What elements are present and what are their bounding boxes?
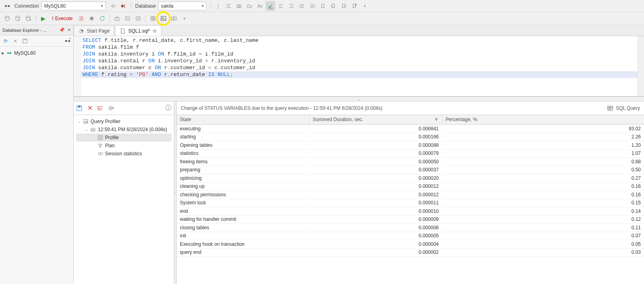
tab-sql1[interactable]: SQL1.sql* ⊗ [115, 25, 161, 36]
font-icon[interactable]: A± [255, 1, 265, 11]
separator [145, 15, 146, 22]
new-connection-icon[interactable] [2, 1, 12, 11]
profiler-root-node[interactable]: ⌄ Query Profiler [76, 117, 171, 126]
close-icon[interactable]: ⊗ [153, 28, 157, 34]
table-row[interactable]: closing tables0.0000080.11 [177, 224, 644, 232]
snapshot-icon[interactable] [234, 1, 244, 11]
bookmark-clear-icon[interactable] [349, 1, 359, 11]
cell-state: statistics [177, 150, 310, 156]
table-row[interactable]: waiting for handler commit0.0000090.12 [177, 216, 644, 224]
table-row[interactable]: executing0.00684193.02 [177, 125, 644, 133]
disconnect-icon[interactable] [108, 1, 118, 11]
outdent-icon[interactable] [308, 1, 317, 11]
database-dropdown[interactable]: sakila ▼ [158, 2, 206, 10]
cell-percentage: 1.20 [442, 142, 644, 148]
run-icon[interactable]: ▶ [38, 14, 48, 23]
table-row[interactable]: end0.0000100.14 [177, 207, 644, 216]
execute-button[interactable]: ! Execute [49, 16, 76, 21]
svg-rect-26 [7, 52, 9, 54]
db-refresh-icon[interactable] [13, 14, 23, 23]
col-header-state[interactable]: State [177, 115, 310, 124]
collapse-icon[interactable] [22, 38, 28, 44]
align-right-icon[interactable] [287, 1, 296, 11]
info-icon[interactable]: ⓘ [165, 105, 171, 111]
svg-point-5 [238, 5, 240, 7]
bookmark-icon[interactable] [318, 1, 328, 11]
sql-editor[interactable]: SELECT f.title, r.rental_date, c.first_n… [74, 36, 644, 97]
table-row[interactable]: cleaning up0.0000120.16 [177, 183, 644, 191]
cell-state: preparing [177, 167, 310, 173]
table-row[interactable]: starting0.0001662.26 [177, 133, 644, 142]
database-label: Database [135, 3, 156, 9]
expand-icon[interactable]: ▶ [2, 51, 4, 55]
db-plus-icon[interactable] [23, 14, 33, 23]
table-row[interactable]: optimizing0.0000200.27 [177, 174, 644, 183]
sql-check-icon[interactable]: SQL [266, 1, 275, 11]
cell-duration: 0.000010 [310, 208, 442, 214]
delete-icon[interactable]: ✕ [87, 105, 93, 111]
profiler-plan-node[interactable]: Plan [76, 142, 171, 150]
col-header-duration[interactable]: Summed Duration, sec.▼ [310, 115, 442, 124]
svg-rect-3 [121, 5, 123, 7]
remove-connection-icon[interactable] [119, 1, 128, 11]
tab-label: SQL1.sql* [128, 28, 150, 34]
toolbar-overflow-icon[interactable]: ▾ [360, 1, 369, 11]
indent-left-icon[interactable] [224, 1, 233, 11]
bookmark-next-icon[interactable] [339, 1, 349, 11]
folder-icon[interactable] [245, 1, 254, 11]
reconnect-icon[interactable] [97, 14, 107, 23]
table-row[interactable]: Opening tables0.0000881.20 [177, 141, 644, 150]
profiler-profile-node[interactable]: Profile [76, 134, 171, 142]
toolbar-overflow-icon[interactable]: ▾ [180, 14, 189, 23]
close-icon[interactable]: ✕ [67, 27, 71, 33]
table-row[interactable]: init0.0000050.07 [177, 232, 644, 241]
execute-to-cursor-icon[interactable]: ! [76, 14, 86, 23]
settings-icon[interactable]: ▾ [107, 105, 114, 111]
table-row[interactable]: statistics0.0000791.07 [177, 150, 644, 158]
table-row[interactable]: checking permissions0.0000120.16 [177, 191, 644, 199]
refresh-icon[interactable]: ⟳ [2, 38, 9, 44]
image-view-icon[interactable] [159, 14, 168, 23]
table-row[interactable]: query end0.0000020.03 [177, 249, 644, 257]
toolbar-btn-a[interactable]: ⋮ [213, 1, 223, 11]
transaction-icon[interactable] [123, 14, 132, 23]
col-header-percentage[interactable]: Percentage, % [442, 115, 644, 124]
indent-icon[interactable] [297, 1, 307, 11]
collapse-icon[interactable]: ⌄ [78, 119, 81, 123]
table-row[interactable]: Executing hook on transaction0.0000040.0… [177, 240, 644, 249]
bookmark-prev-icon[interactable] [328, 1, 338, 11]
explorer-tree: ▶ MySQL80 [0, 47, 73, 60]
collapse-icon[interactable]: ⌄ [85, 128, 88, 132]
cell-duration: 0.000166 [310, 134, 442, 140]
profiler-tree-body: ⌄ Query Profiler ⌄ 12:59:41 PM 6/28/2024… [74, 115, 174, 284]
delete-icon[interactable]: ✕ [12, 38, 19, 44]
cell-state: checking permissions [177, 192, 310, 198]
separator [211, 2, 211, 10]
table-row[interactable]: freeing items0.0000500.68 [177, 158, 644, 166]
pin-icon[interactable]: 📌 [59, 27, 65, 33]
align-left-icon[interactable] [276, 1, 286, 11]
profiler-session-node[interactable]: Session statistics [76, 150, 171, 158]
vertical-scrollbar[interactable] [638, 36, 644, 96]
commit-icon[interactable] [112, 14, 122, 23]
connection-dropdown[interactable]: MySQL80 ▼ [41, 2, 106, 10]
sql-query-link[interactable]: SQL Query [607, 105, 640, 111]
svg-rect-21 [171, 17, 173, 20]
rollback-icon[interactable] [133, 14, 143, 23]
clear-icon[interactable] [97, 105, 103, 111]
horizontal-splitter[interactable]: ⌄ [74, 97, 644, 101]
cell-percentage: 0.14 [442, 208, 644, 214]
tab-start-page[interactable]: ◔ Start Page [74, 25, 114, 36]
cell-duration: 0.000020 [310, 175, 442, 181]
tree-connection-node[interactable]: ▶ MySQL80 [2, 49, 72, 57]
db-icon[interactable] [2, 14, 12, 23]
svg-point-8 [16, 16, 20, 18]
table-row[interactable]: preparing0.0000370.50 [177, 166, 644, 175]
table-row[interactable]: System lock0.0000110.15 [177, 199, 644, 208]
code-area[interactable]: SELECT f.title, r.rental_date, c.first_n… [81, 36, 638, 96]
results-area: ✕ ▾ ⓘ ⌄ Query Profiler ⌄ 12:59:41 [74, 101, 644, 284]
profiler-run-node[interactable]: ⌄ 12:59:41 PM 6/28/2024 (0.008s) [76, 126, 171, 134]
stop-icon[interactable] [87, 14, 97, 23]
save-icon[interactable] [76, 105, 83, 111]
new-object-icon[interactable] [64, 38, 71, 44]
